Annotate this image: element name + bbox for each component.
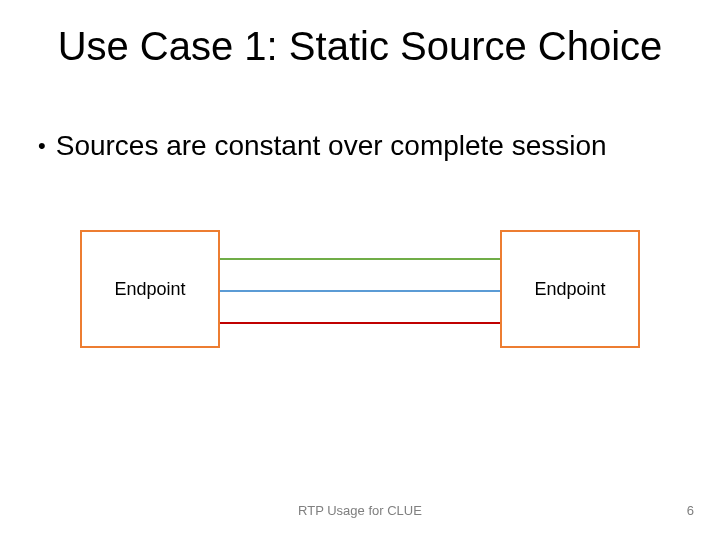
footer-text: RTP Usage for CLUE [0, 503, 720, 518]
bullet-item: •Sources are constant over complete sess… [38, 130, 607, 162]
bullet-text: Sources are constant over complete sessi… [56, 130, 607, 161]
bullet-dot-icon: • [38, 135, 46, 157]
stream-line-3 [218, 322, 502, 324]
endpoint-right-label: Endpoint [534, 279, 605, 300]
endpoint-box-right: Endpoint [500, 230, 640, 348]
endpoint-box-left: Endpoint [80, 230, 220, 348]
slide-title: Use Case 1: Static Source Choice [0, 24, 720, 69]
stream-line-2 [218, 290, 502, 292]
page-number: 6 [687, 503, 694, 518]
endpoint-left-label: Endpoint [114, 279, 185, 300]
stream-line-1 [218, 258, 502, 260]
